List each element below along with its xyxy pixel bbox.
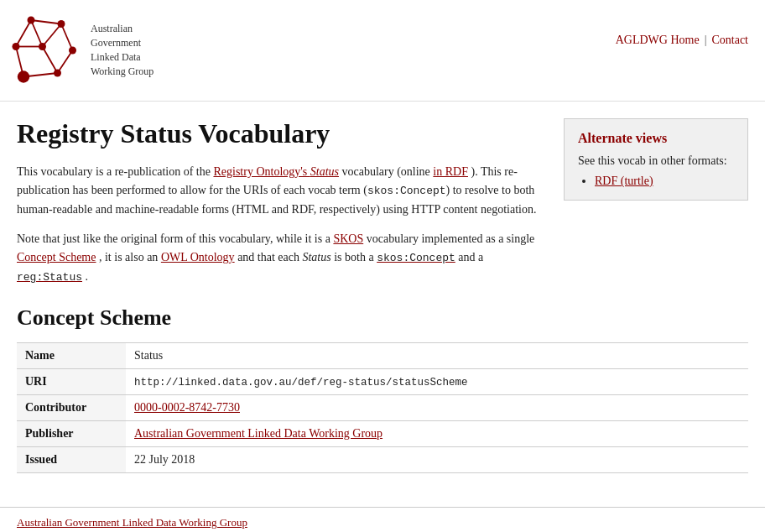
list-item: RDF (turtle) — [595, 175, 734, 188]
svg-line-7 — [31, 20, 61, 24]
publisher-link[interactable]: Australian Government Linked Data Workin… — [134, 427, 382, 440]
alternate-views-title: Alternate views — [578, 131, 734, 146]
contact-link[interactable]: Contact — [711, 34, 748, 47]
rdf-turtle-link[interactable]: RDF (turtle) — [595, 175, 653, 187]
logo-icon — [8, 8, 84, 92]
alternate-views-box: Alternate views See this vocab in other … — [564, 118, 748, 201]
description-paragraph-2: Note that just like the original form of… — [17, 230, 547, 287]
registry-ontology-link[interactable]: Registry Ontology's Status — [213, 165, 339, 178]
table-row: Name Status — [17, 342, 748, 368]
header-nav: AGLDWG Home | Contact — [616, 8, 748, 47]
row-value: 22 July 2018 — [126, 446, 748, 472]
table-row: Contributor 0000-0002-8742-7730 — [17, 394, 748, 420]
svg-line-8 — [61, 24, 73, 51]
skos-concept-code: skos:Concept — [367, 185, 446, 197]
skos-concept-link[interactable]: skos:Concept — [377, 251, 455, 263]
row-label: Contributor — [17, 394, 126, 420]
table-row: Publisher Australian Government Linked D… — [17, 420, 748, 446]
row-value: 0000-0002-8742-7730 — [126, 394, 748, 420]
table-row: Issued 22 July 2018 — [17, 446, 748, 472]
svg-line-9 — [58, 50, 73, 73]
svg-line-12 — [16, 20, 31, 47]
footer-link[interactable]: Australian Government Linked Data Workin… — [17, 516, 247, 529]
row-label: URI — [17, 368, 126, 394]
concept-scheme-heading: Concept Scheme — [17, 305, 748, 331]
concept-scheme-section: Concept Scheme Name Status URI http://li… — [0, 305, 765, 490]
svg-line-15 — [43, 47, 58, 74]
page-title: Registry Status Vocabulary — [17, 118, 547, 149]
reg-status-link[interactable]: reg:Status — [17, 270, 82, 283]
in-rdf-link[interactable]: in RDF — [433, 165, 468, 178]
home-link[interactable]: AGLDWG Home — [616, 34, 700, 47]
header: Australian Government Linked Data Workin… — [0, 0, 765, 102]
svg-line-13 — [31, 20, 43, 47]
row-label: Issued — [17, 446, 126, 472]
owl-ontology-link[interactable]: OWL Ontology — [161, 251, 235, 263]
description: This vocabulary is a re-publication of t… — [17, 163, 547, 287]
row-label: Name — [17, 342, 126, 368]
alternate-views-description: See this vocab in other formats: — [578, 154, 734, 168]
row-value: Status — [126, 342, 748, 368]
concept-table: Name Status URI http://linked.data.gov.a… — [17, 342, 748, 473]
concept-scheme-link[interactable]: Concept Scheme — [17, 251, 96, 263]
row-value: Australian Government Linked Data Workin… — [126, 420, 748, 446]
alternate-views-panel: Alternate views See this vocab in other … — [564, 118, 748, 297]
nav-separator: | — [705, 34, 707, 47]
contributor-link[interactable]: 0000-0002-8742-7730 — [134, 401, 240, 414]
description-paragraph-1: This vocabulary is a re-publication of t… — [17, 163, 547, 220]
alternate-views-list: RDF (turtle) — [578, 175, 734, 188]
row-label: Publisher — [17, 420, 126, 446]
main-left: Registry Status Vocabulary This vocabula… — [17, 118, 547, 297]
row-value: http://linked.data.gov.au/def/reg-status… — [126, 368, 748, 394]
logo-text: Australian Government Linked Data Workin… — [91, 22, 166, 78]
logo-area: Australian Government Linked Data Workin… — [8, 8, 166, 92]
table-row: URI http://linked.data.gov.au/def/reg-st… — [17, 368, 748, 394]
skos-link[interactable]: SKOS — [333, 232, 363, 245]
footer: Australian Government Linked Data Workin… — [0, 507, 765, 532]
main-content: Registry Status Vocabulary This vocabula… — [0, 102, 765, 305]
svg-line-14 — [43, 24, 62, 47]
